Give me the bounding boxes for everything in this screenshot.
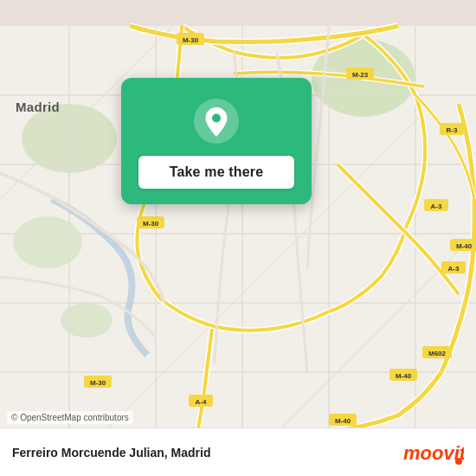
svg-text:M-23: M-23 (352, 71, 369, 79)
bottom-bar: Ferreiro Morcuende Julian, Madrid moovit (0, 428, 476, 476)
svg-point-4 (61, 303, 113, 338)
svg-text:M-40: M-40 (335, 417, 351, 425)
svg-text:A-3: A-3 (431, 203, 442, 210)
svg-text:moovit: moovit (403, 442, 464, 464)
svg-text:R-3: R-3 (447, 126, 458, 134)
map-background: M-30 M-30 M-30 M-23 M-40 M-40 M-40 A-3 A… (0, 0, 476, 476)
location-pin-icon (194, 99, 239, 144)
svg-text:A-4: A-4 (196, 398, 207, 406)
moovit-logo-svg: moovit (403, 441, 464, 465)
svg-text:M-40: M-40 (456, 242, 473, 250)
svg-point-43 (212, 114, 221, 123)
place-name: Ferreiro Morcuende Julian, Madrid (12, 446, 403, 460)
location-card: Take me there (121, 78, 312, 204)
svg-text:M-30: M-30 (90, 379, 106, 387)
moovit-logo: moovit (403, 441, 464, 465)
svg-text:M-30: M-30 (183, 36, 199, 44)
svg-text:M-30: M-30 (143, 220, 159, 228)
osm-attribution: © OpenStreetMap contributors (7, 411, 133, 424)
take-me-there-button[interactable]: Take me there (138, 156, 294, 189)
city-label: Madrid (16, 100, 60, 114)
svg-point-45 (455, 458, 462, 465)
svg-point-3 (13, 216, 82, 268)
svg-text:A-3: A-3 (448, 265, 460, 273)
map-container: M-30 M-30 M-30 M-23 M-40 M-40 M-40 A-3 A… (0, 0, 476, 476)
svg-text:M602: M602 (428, 350, 447, 357)
svg-text:M-40: M-40 (396, 372, 412, 380)
